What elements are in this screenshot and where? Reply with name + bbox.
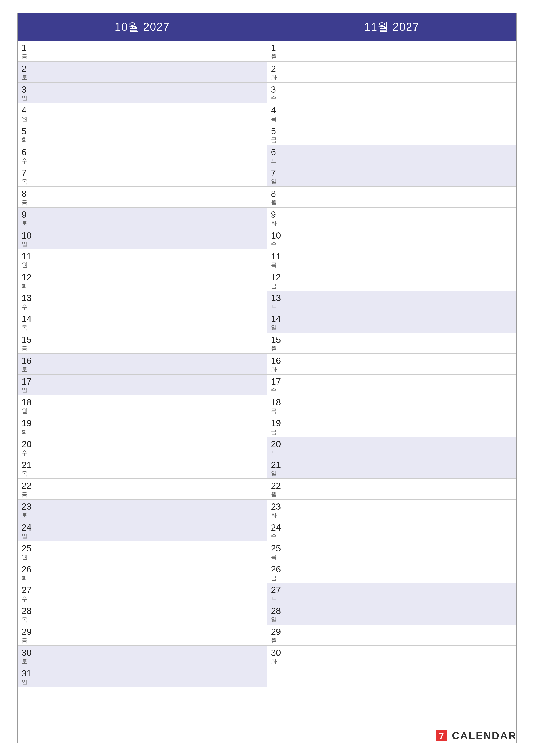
day-label: 28목 [18, 604, 41, 625]
day-row: 23화 [267, 500, 516, 521]
day-number: 19 [271, 418, 281, 428]
day-number: 1 [271, 43, 276, 53]
day-label: 30화 [267, 646, 291, 666]
day-content [291, 583, 516, 604]
day-number: 22 [271, 481, 281, 491]
day-label: 10수 [267, 229, 291, 249]
day-name: 월 [271, 637, 277, 644]
day-number: 11 [271, 252, 281, 261]
day-content [41, 562, 267, 583]
day-number: 8 [21, 189, 26, 199]
day-number: 10 [21, 230, 32, 240]
day-number: 10 [271, 230, 281, 240]
day-label: 20토 [267, 437, 291, 458]
day-label: 6토 [267, 145, 291, 166]
day-label: 16화 [267, 354, 291, 374]
day-name: 금 [271, 428, 277, 436]
day-row: 29금 [18, 625, 267, 646]
day-label: 8금 [18, 187, 41, 207]
day-name: 금 [271, 282, 277, 290]
day-label: 14일 [267, 312, 291, 333]
day-name: 월 [271, 491, 277, 498]
november-days: 1월2화3수4목5금6토7일8월9화10수11목12금13토14일15월16화1… [267, 41, 516, 666]
day-row: 11목 [267, 249, 516, 270]
day-name: 일 [21, 679, 28, 686]
day-label: 20수 [18, 437, 41, 458]
day-name: 토 [271, 449, 277, 456]
day-name: 금 [21, 53, 28, 60]
day-row: 27수 [18, 583, 267, 604]
day-content [41, 291, 267, 311]
day-number: 8 [271, 189, 276, 199]
day-row: 26화 [18, 562, 267, 583]
day-label: 29금 [18, 625, 41, 645]
day-name: 화 [21, 136, 28, 144]
day-number: 12 [21, 272, 32, 282]
day-label: 26금 [267, 562, 291, 583]
page-container: 10월 2027 1금2토3일4월5화6수7목8금9토10일11월12화13수1… [0, 0, 534, 756]
day-name: 일 [271, 178, 277, 185]
day-row: 9화 [267, 207, 516, 229]
day-number: 23 [271, 502, 281, 512]
day-content [291, 249, 516, 270]
day-number: 4 [271, 105, 276, 115]
day-name: 토 [271, 303, 277, 310]
svg-text:7: 7 [439, 731, 444, 741]
day-label: 21일 [267, 458, 291, 479]
day-label: 23토 [18, 500, 41, 520]
day-number: 20 [21, 439, 32, 449]
day-name: 월 [21, 554, 28, 561]
day-label: 26화 [18, 562, 41, 583]
day-name: 수 [271, 532, 277, 540]
day-content [41, 41, 267, 62]
day-name: 일 [271, 616, 277, 623]
day-name: 목 [271, 407, 277, 415]
day-label: 7목 [18, 166, 41, 187]
day-content [291, 270, 516, 291]
day-content [291, 124, 516, 145]
day-row: 24수 [267, 521, 516, 541]
day-name: 화 [21, 428, 28, 436]
day-name: 수 [271, 387, 277, 394]
day-label: 23화 [267, 500, 291, 520]
day-label: 24일 [18, 521, 41, 541]
day-row: 10수 [267, 229, 516, 249]
day-row: 11월 [18, 249, 267, 270]
day-number: 30 [271, 648, 281, 658]
day-row: 30토 [18, 646, 267, 666]
day-number: 25 [21, 544, 32, 554]
day-label: 4목 [267, 103, 291, 124]
day-label: 22월 [267, 479, 291, 499]
day-name: 월 [21, 407, 28, 415]
day-content [291, 62, 516, 82]
day-content [291, 521, 516, 541]
day-row: 17수 [267, 375, 516, 395]
day-content [291, 83, 516, 103]
day-row: 10일 [18, 229, 267, 249]
day-label: 4월 [18, 103, 41, 124]
day-row: 14일 [267, 312, 516, 333]
day-name: 금 [21, 199, 28, 206]
day-name: 목 [271, 261, 277, 269]
day-row: 13토 [267, 291, 516, 312]
day-label: 11목 [267, 249, 291, 270]
day-content [291, 166, 516, 187]
day-name: 화 [271, 512, 277, 519]
day-content [41, 62, 267, 82]
day-name: 토 [21, 512, 28, 519]
day-row: 19금 [267, 416, 516, 437]
day-content [291, 312, 516, 333]
day-name: 화 [271, 220, 277, 227]
day-row: 7일 [267, 166, 516, 187]
day-label: 15월 [267, 333, 291, 353]
day-row: 25목 [267, 541, 516, 562]
day-number: 27 [21, 585, 32, 595]
day-label: 21목 [18, 458, 41, 479]
day-content [291, 229, 516, 249]
day-name: 수 [21, 157, 28, 164]
brand-text: CALENDAR [452, 730, 517, 742]
day-label: 9토 [18, 207, 41, 228]
day-row: 21목 [18, 458, 267, 479]
day-label: 25목 [267, 541, 291, 562]
november-header: 11월 2027 [267, 14, 516, 41]
